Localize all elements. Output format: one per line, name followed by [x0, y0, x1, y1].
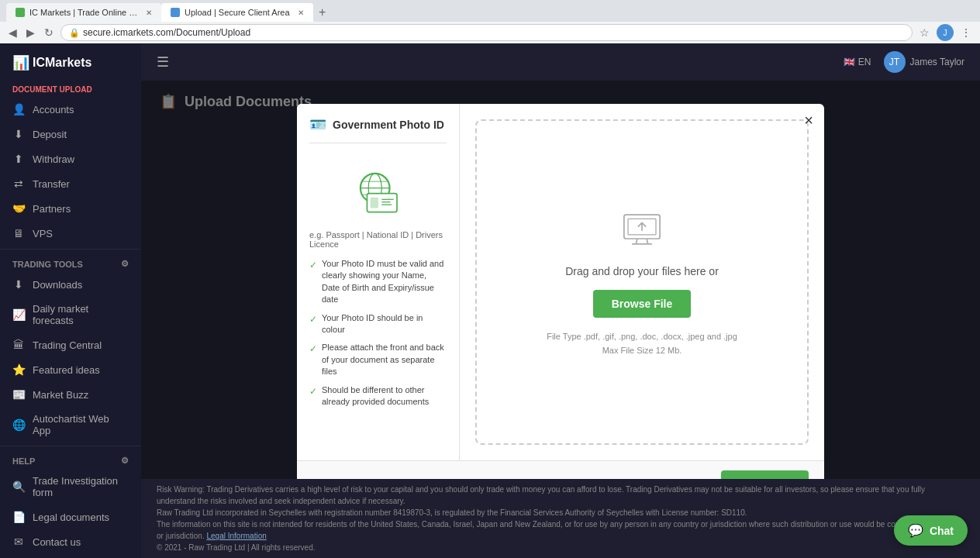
- modal-doc-header: 🪪 Government Photo ID: [309, 116, 447, 143]
- browser-tabs: IC Markets | Trade Online CFD... ✕ Uploa…: [0, 0, 980, 22]
- sidebar-highlighted-label: DOCUMENT UPLOAD: [0, 82, 141, 97]
- upload-graphic: [619, 206, 665, 253]
- modal-footer: ⬆ Upload: [297, 460, 824, 479]
- content-area: ☰ 🇬🇧 EN JT James Taylor 📋 Upload Documen…: [141, 43, 980, 558]
- trading-central-icon: 🏛: [12, 339, 25, 351]
- risk-warning-copyright: © 2021 - Raw Trading Ltd | All rights re…: [157, 542, 964, 553]
- check-icon-2: ✓: [309, 313, 317, 326]
- url-field[interactable]: 🔒 secure.icmarkets.com/Document/Upload: [60, 24, 913, 41]
- sidebar-item-transfer-label: Transfer: [33, 178, 70, 190]
- sidebar-item-live-chat[interactable]: 💬 Live Chat: [0, 554, 141, 558]
- risk-warning-line1: Risk Warning: Trading Derivatives carrie…: [157, 484, 964, 507]
- header-right: 🇬🇧 EN JT James Taylor: [844, 51, 964, 73]
- upload-modal: × 🪪 Government Photo ID: [297, 104, 824, 479]
- sidebar-item-legal-documents-label: Legal documents: [33, 512, 109, 523]
- tab-upload[interactable]: Upload | Secure Client Area ✕: [161, 3, 313, 22]
- sidebar-item-accounts-label: Accounts: [33, 104, 74, 115]
- deposit-icon: ⬇: [12, 128, 25, 140]
- daily-market-icon: 📈: [12, 308, 25, 321]
- sidebar: 📊 ICMarkets DOCUMENT UPLOAD 👤 Accounts ⬇…: [0, 43, 141, 558]
- sidebar-item-downloads-label: Downloads: [33, 279, 82, 291]
- tab-close-2[interactable]: ✕: [298, 9, 304, 17]
- legal-documents-icon: 📄: [12, 511, 25, 523]
- svg-line-13: [636, 239, 637, 244]
- sidebar-logo: 📊 ICMarkets: [0, 43, 141, 82]
- sidebar-item-accounts[interactable]: 👤 Accounts: [0, 97, 141, 122]
- tab-close-1[interactable]: ✕: [146, 9, 152, 17]
- upload-button-label: Upload: [754, 478, 790, 479]
- modal-close-button[interactable]: ×: [804, 112, 813, 129]
- content-header: ☰ 🇬🇧 EN JT James Taylor: [141, 43, 980, 81]
- language-selector[interactable]: 🇬🇧 EN: [844, 57, 871, 67]
- doc-requirement-1: ✓ Your Photo ID must be valid and clearl…: [309, 258, 447, 306]
- upload-button[interactable]: ⬆ Upload: [721, 470, 809, 479]
- browser-menu-button[interactable]: ⋮: [958, 26, 974, 39]
- sidebar-item-partners[interactable]: 🤝 Partners: [0, 196, 141, 221]
- upload-icon: ⬆: [740, 478, 749, 479]
- lang-text: EN: [858, 57, 871, 67]
- sidebar-item-transfer[interactable]: ⇄ Transfer: [0, 171, 141, 196]
- accounts-icon: 👤: [12, 103, 25, 115]
- sidebar-item-vps-label: VPS: [33, 228, 53, 239]
- sidebar-item-withdraw[interactable]: ⬆ Withdraw: [0, 146, 141, 171]
- trading-tools-label: Trading tools: [12, 260, 83, 269]
- sidebar-item-market-buzz[interactable]: 📰 Market Buzz: [0, 382, 141, 407]
- drop-zone-text: Drag and drop your files here or: [565, 265, 719, 277]
- sidebar-item-withdraw-label: Withdraw: [33, 153, 74, 165]
- chat-button[interactable]: 💬 Chat: [894, 515, 968, 546]
- user-avatar: JT: [884, 51, 906, 73]
- sidebar-item-contact-us-label: Contact us: [33, 536, 81, 548]
- downloads-icon: ⬇: [12, 278, 25, 291]
- help-label: Help: [12, 456, 35, 466]
- url-text: secure.icmarkets.com/Document/Upload: [83, 27, 250, 38]
- sidebar-item-featured-ideas[interactable]: ⭐ Featured ideas: [0, 357, 141, 382]
- chat-button-label: Chat: [930, 525, 954, 537]
- vps-icon: 🖥: [12, 227, 25, 239]
- sidebar-item-trading-central-label: Trading Central: [33, 339, 102, 351]
- refresh-button[interactable]: ↻: [42, 26, 56, 39]
- sidebar-item-legal-documents[interactable]: 📄 Legal documents: [0, 505, 141, 529]
- sidebar-item-contact-us[interactable]: ✉ Contact us: [0, 529, 141, 554]
- hamburger-menu-icon[interactable]: ☰: [157, 53, 169, 71]
- doc-requirement-4: ✓ Should be different to other already p…: [309, 384, 447, 408]
- new-tab-button[interactable]: +: [313, 3, 332, 22]
- requirement-text-3: Please attach the front and back of your…: [322, 342, 447, 377]
- file-drop-zone[interactable]: Drag and drop your files here or Browse …: [475, 119, 809, 445]
- check-icon-3: ✓: [309, 343, 317, 356]
- sidebar-item-daily-market[interactable]: 📈 Daily market forecasts: [0, 297, 141, 332]
- logo-chart-icon: 📊: [12, 54, 29, 71]
- sidebar-item-autochartist[interactable]: 🌐 Autochartist Web App: [0, 407, 141, 443]
- doc-requirement-2: ✓ Your Photo ID should be in colour: [309, 312, 447, 336]
- bookmark-button[interactable]: ☆: [917, 26, 932, 39]
- sidebar-item-deposit[interactable]: ⬇ Deposit: [0, 122, 141, 146]
- partners-icon: 🤝: [12, 202, 25, 215]
- legal-information-link[interactable]: Legal Information: [206, 532, 266, 540]
- sidebar-item-trade-investigation[interactable]: 🔍 Trade Investigation form: [0, 469, 141, 505]
- risk-warning-line2: Raw Trading Ltd incorporated in Seychell…: [157, 507, 964, 518]
- sidebar-divider-2: [0, 446, 141, 446]
- forward-button[interactable]: ▶: [24, 26, 37, 39]
- sidebar-item-trading-central[interactable]: 🏛 Trading Central: [0, 332, 141, 357]
- risk-warning-line3-text: The information on this site is not inte…: [157, 520, 956, 540]
- sidebar-item-daily-market-label: Daily market forecasts: [33, 303, 129, 326]
- tab-favicon-2: [171, 8, 180, 17]
- back-button[interactable]: ◀: [6, 26, 19, 39]
- browser-profile-avatar[interactable]: J: [937, 24, 954, 41]
- main-layout: 📊 ICMarkets DOCUMENT UPLOAD 👤 Accounts ⬇…: [0, 43, 980, 558]
- tab-ic-markets[interactable]: IC Markets | Trade Online CFD... ✕: [6, 3, 161, 22]
- browse-file-button[interactable]: Browse File: [593, 290, 692, 318]
- document-type-title: Government Photo ID: [333, 119, 444, 131]
- lock-icon: 🔒: [69, 28, 80, 38]
- sidebar-item-featured-ideas-label: Featured ideas: [33, 364, 100, 376]
- risk-warning-line3: The information on this site is not inte…: [157, 518, 964, 542]
- sidebar-item-partners-label: Partners: [33, 203, 71, 215]
- autochartist-icon: 🌐: [12, 418, 25, 431]
- trading-tools-chevron: ⚙: [121, 259, 129, 269]
- transfer-icon: ⇄: [12, 177, 25, 190]
- market-buzz-icon: 📰: [12, 388, 25, 401]
- sidebar-item-vps[interactable]: 🖥 VPS: [0, 221, 141, 246]
- id-card-graphic: [347, 168, 409, 215]
- sidebar-item-downloads[interactable]: ⬇ Downloads: [0, 272, 141, 297]
- document-illustration: [309, 153, 447, 230]
- document-type-icon: 🪪: [309, 116, 326, 133]
